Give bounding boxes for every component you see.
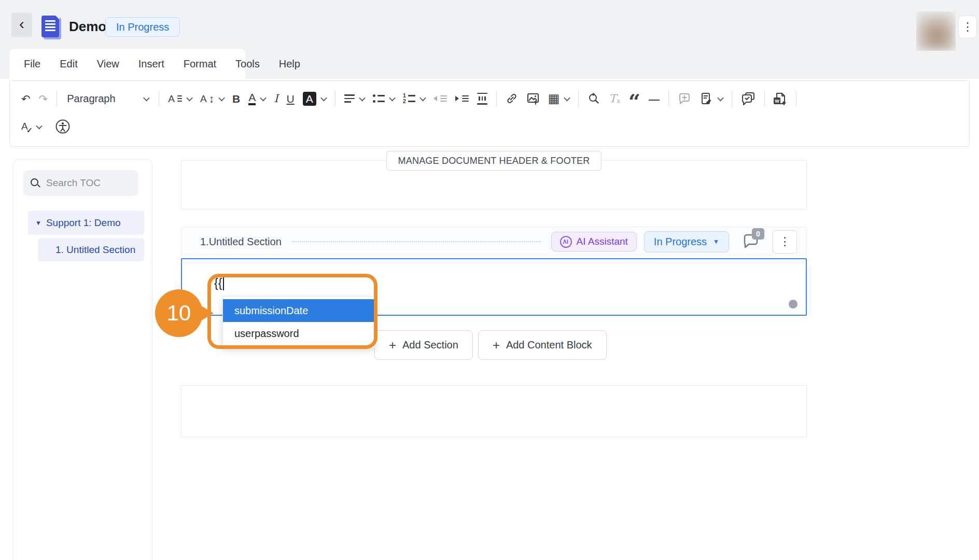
top-header-bar: ‹ Demo In Progress ⋮ File Edit View Inse… — [0, 0, 979, 79]
chevron-down-icon — [419, 94, 426, 101]
clear-formatting-icon[interactable]: T x — [605, 91, 624, 107]
paragraph-style-dropdown[interactable]: Paragraph — [62, 90, 154, 107]
autocomplete-item-submissiondate[interactable]: submissionDate — [223, 299, 374, 322]
outdent-icon[interactable] — [429, 93, 451, 104]
chevron-down-icon — [320, 94, 327, 101]
font-family-dropdown[interactable]: A — [164, 91, 196, 106]
numbered-list-dropdown[interactable]: 1 2 — [399, 92, 429, 105]
section-status-dropdown[interactable]: In Progress ▼ — [644, 231, 729, 253]
numbered-list-icon: 1 2 — [403, 94, 415, 103]
show-comments-icon[interactable] — [737, 89, 760, 108]
table-icon: ▦ — [548, 92, 560, 105]
manage-header-footer-button[interactable]: MANAGE DOCUMENT HEADER & FOOTER — [386, 151, 602, 171]
chevron-left-icon: ‹ — [19, 16, 24, 32]
blockquote-icon[interactable]: “ — [624, 89, 645, 108]
track-changes-dropdown[interactable] — [695, 89, 727, 108]
autocomplete-item-userpassword[interactable]: userpassword — [223, 322, 374, 345]
menu-tools[interactable]: Tools — [235, 58, 260, 70]
toolbar-row-2: A ✓ — [17, 113, 962, 140]
spellcheck-dropdown[interactable]: A ✓ — [17, 118, 46, 135]
horizontal-rule-icon[interactable]: — — [645, 91, 664, 107]
document-status-badge: In Progress — [105, 17, 180, 37]
kebab-icon: ⋮ — [962, 20, 973, 34]
bold-icon[interactable]: B — [228, 91, 244, 107]
resize-handle[interactable] — [789, 300, 798, 309]
menu-file[interactable]: File — [24, 58, 40, 70]
dotted-divider — [292, 241, 541, 242]
add-content-block-label: Add Content Block — [506, 339, 592, 351]
add-content-block-button[interactable]: + Add Content Block — [478, 330, 607, 360]
chevron-down-icon — [359, 94, 366, 101]
sidebar-item-support-demo[interactable]: ▼ Support 1: Demo — [28, 211, 144, 235]
quote-glyph: “ — [628, 97, 640, 106]
section-kebab-menu-button[interactable]: ⋮ — [773, 230, 797, 254]
search-input[interactable] — [46, 177, 129, 189]
add-section-label: Add Section — [402, 339, 458, 351]
menu-help[interactable]: Help — [279, 58, 300, 70]
accessibility-checker-icon[interactable] — [51, 116, 75, 137]
section-status-value: In Progress — [654, 236, 707, 248]
toc-item-label: Support 1: Demo — [46, 217, 121, 229]
comments-check-glyph — [741, 92, 756, 106]
add-section-button[interactable]: + Add Section — [374, 330, 473, 360]
toolbar-divider — [57, 91, 57, 106]
back-button[interactable]: ‹ — [11, 13, 32, 37]
find-and-replace-icon[interactable] — [583, 90, 605, 108]
page-title: Demo — [69, 19, 106, 35]
font-size-arrows-icon: ↕ — [209, 93, 215, 104]
undo-icon[interactable]: ↶ — [17, 91, 35, 107]
bold-glyph: B — [232, 93, 240, 104]
underline-glyph: U — [287, 93, 295, 104]
bulleted-list-dropdown[interactable] — [369, 92, 399, 105]
page-break-glyph — [477, 93, 487, 105]
image-glyph — [526, 92, 540, 105]
page-break-icon[interactable] — [473, 90, 492, 107]
toolbar-divider — [732, 91, 732, 106]
clear-format-x-glyph: x — [617, 97, 620, 104]
import-word-icon[interactable]: W — [770, 89, 791, 108]
align-dropdown[interactable] — [340, 92, 369, 105]
sidebar-item-untitled-section[interactable]: 1. Untitled Section — [38, 238, 144, 261]
indent-icon[interactable] — [451, 93, 473, 104]
font-size-dropdown[interactable]: A ↕ — [196, 91, 228, 107]
menu-edit[interactable]: Edit — [60, 58, 77, 70]
toc-search-box[interactable] — [23, 170, 138, 196]
menu-view[interactable]: View — [97, 58, 119, 70]
chevron-down-icon — [564, 94, 571, 101]
section-comments-button[interactable]: 0 — [742, 233, 760, 250]
add-comment-icon[interactable] — [674, 89, 695, 108]
link-icon[interactable] — [501, 90, 522, 107]
app-window: ‹ Demo In Progress ⋮ File Edit View Inse… — [0, 0, 979, 560]
top-kebab-menu-button[interactable]: ⋮ — [958, 16, 977, 38]
chevron-down-icon — [389, 94, 396, 101]
redo-icon[interactable]: ↷ — [35, 91, 52, 107]
add-comment-glyph — [678, 92, 691, 105]
toc-item-label: 1. Untitled Section — [55, 244, 135, 256]
font-family-icon: A — [168, 94, 175, 104]
menu-insert[interactable]: Insert — [138, 58, 164, 70]
document-header-area[interactable]: MANAGE DOCUMENT HEADER & FOOTER — [181, 160, 807, 209]
track-changes-glyph — [700, 92, 713, 105]
toolbar-divider — [764, 91, 765, 106]
avatar[interactable] — [916, 11, 956, 51]
insert-table-dropdown[interactable]: ▦ — [544, 90, 574, 107]
typed-text-value: {{ — [214, 276, 222, 290]
document-icon — [41, 16, 59, 37]
ai-assistant-label: AI Assistant — [577, 236, 628, 247]
spellcheck-check-glyph: ✓ — [26, 126, 33, 134]
caret-down-icon: ▼ — [713, 238, 719, 245]
italic-icon[interactable]: I — [270, 91, 282, 107]
ai-assistant-button[interactable]: ΛI AI Assistant — [551, 232, 637, 251]
menu-format[interactable]: Format — [184, 58, 216, 70]
insert-image-icon[interactable] — [522, 89, 544, 108]
num1-glyph: 1 — [403, 94, 406, 97]
text-color-icon: A — [248, 92, 256, 105]
text-color-dropdown[interactable]: A — [244, 89, 270, 108]
section-header-strip: 1.Untitled Section ΛI AI Assistant In Pr… — [181, 227, 807, 256]
accessibility-glyph — [55, 119, 71, 134]
redo-glyph: ↷ — [39, 93, 48, 104]
underline-icon[interactable]: U — [283, 91, 299, 107]
toolbar-divider — [496, 91, 497, 106]
highlight-color-dropdown[interactable]: A — [299, 89, 330, 108]
document-footer-area[interactable] — [181, 385, 807, 437]
